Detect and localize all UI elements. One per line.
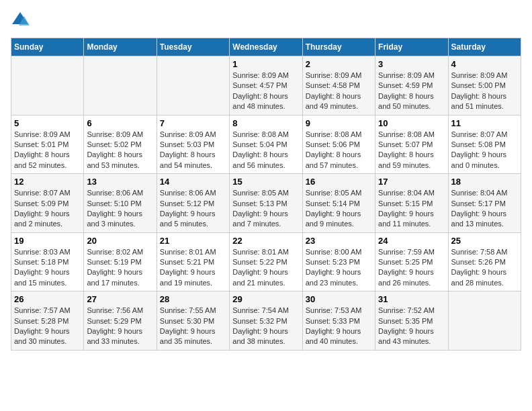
calendar-day-cell: 16Sunrise: 8:05 AM Sunset: 5:14 PM Dayli…	[302, 174, 375, 233]
calendar-day-cell: 5Sunrise: 8:09 AM Sunset: 5:01 PM Daylig…	[11, 115, 84, 174]
day-number: 9	[306, 118, 372, 128]
day-info: Sunrise: 8:07 AM Sunset: 5:08 PM Dayligh…	[451, 130, 518, 171]
day-number: 27	[87, 294, 153, 304]
calendar-day-cell: 30Sunrise: 7:53 AM Sunset: 5:33 PM Dayli…	[302, 291, 375, 351]
calendar-day-cell: 26Sunrise: 7:57 AM Sunset: 5:28 PM Dayli…	[11, 291, 84, 351]
calendar-day-cell: 15Sunrise: 8:05 AM Sunset: 5:13 PM Dayli…	[230, 174, 302, 233]
day-info: Sunrise: 7:57 AM Sunset: 5:28 PM Dayligh…	[14, 306, 81, 347]
calendar-week-row: 5Sunrise: 8:09 AM Sunset: 5:01 PM Daylig…	[11, 115, 521, 174]
calendar-day-cell: 21Sunrise: 8:01 AM Sunset: 5:21 PM Dayli…	[157, 232, 229, 291]
day-info: Sunrise: 8:01 AM Sunset: 5:22 PM Dayligh…	[232, 247, 299, 289]
logo-icon	[11, 11, 30, 30]
page-header	[11, 11, 521, 30]
day-info: Sunrise: 8:06 AM Sunset: 5:12 PM Dayligh…	[160, 188, 226, 230]
calendar-day-cell: 28Sunrise: 7:55 AM Sunset: 5:30 PM Dayli…	[157, 291, 229, 351]
day-info: Sunrise: 8:07 AM Sunset: 5:09 PM Dayligh…	[14, 188, 81, 230]
calendar-day-cell: 23Sunrise: 8:00 AM Sunset: 5:23 PM Dayli…	[302, 232, 375, 291]
day-number: 5	[14, 118, 81, 128]
weekday-header: Thursday	[302, 38, 375, 56]
day-info: Sunrise: 8:08 AM Sunset: 5:06 PM Dayligh…	[306, 130, 372, 171]
day-number: 31	[378, 294, 445, 304]
calendar-table: SundayMondayTuesdayWednesdayThursdayFrid…	[11, 38, 521, 351]
day-number: 15	[232, 177, 299, 187]
day-info: Sunrise: 7:53 AM Sunset: 5:33 PM Dayligh…	[306, 306, 372, 347]
day-number: 24	[378, 236, 445, 246]
calendar-day-cell: 18Sunrise: 8:04 AM Sunset: 5:17 PM Dayli…	[448, 174, 521, 233]
calendar-day-cell: 4Sunrise: 8:09 AM Sunset: 5:00 PM Daylig…	[448, 56, 521, 116]
day-number: 11	[451, 118, 518, 128]
weekday-header: Monday	[84, 38, 157, 56]
day-info: Sunrise: 8:04 AM Sunset: 5:17 PM Dayligh…	[451, 188, 518, 230]
day-info: Sunrise: 7:54 AM Sunset: 5:32 PM Dayligh…	[232, 306, 299, 347]
calendar-week-row: 1Sunrise: 8:09 AM Sunset: 4:57 PM Daylig…	[11, 56, 521, 116]
calendar-week-row: 26Sunrise: 7:57 AM Sunset: 5:28 PM Dayli…	[11, 291, 521, 351]
day-info: Sunrise: 8:00 AM Sunset: 5:23 PM Dayligh…	[306, 247, 372, 289]
calendar-day-cell	[157, 56, 229, 116]
day-info: Sunrise: 7:58 AM Sunset: 5:26 PM Dayligh…	[451, 247, 518, 289]
day-number: 16	[306, 177, 372, 187]
weekday-header: Wednesday	[230, 38, 302, 56]
calendar-day-cell: 1Sunrise: 8:09 AM Sunset: 4:57 PM Daylig…	[230, 56, 302, 116]
day-number: 6	[87, 118, 153, 128]
day-number: 2	[306, 59, 372, 69]
day-info: Sunrise: 8:04 AM Sunset: 5:15 PM Dayligh…	[378, 188, 445, 230]
day-number: 22	[232, 236, 299, 246]
calendar-day-cell	[448, 291, 521, 351]
day-number: 29	[232, 294, 299, 304]
day-number: 3	[378, 59, 445, 69]
day-info: Sunrise: 7:56 AM Sunset: 5:29 PM Dayligh…	[87, 306, 153, 347]
calendar-day-cell: 3Sunrise: 8:09 AM Sunset: 4:59 PM Daylig…	[375, 56, 448, 116]
calendar-day-cell: 22Sunrise: 8:01 AM Sunset: 5:22 PM Dayli…	[230, 232, 302, 291]
day-info: Sunrise: 7:55 AM Sunset: 5:30 PM Dayligh…	[160, 306, 226, 347]
day-number: 30	[306, 294, 372, 304]
calendar-day-cell: 7Sunrise: 8:09 AM Sunset: 5:03 PM Daylig…	[157, 115, 229, 174]
day-number: 21	[160, 236, 226, 246]
day-number: 19	[14, 236, 81, 246]
calendar-day-cell	[84, 56, 157, 116]
calendar-day-cell: 6Sunrise: 8:09 AM Sunset: 5:02 PM Daylig…	[84, 115, 157, 174]
weekday-header: Tuesday	[157, 38, 229, 56]
calendar-day-cell: 2Sunrise: 8:09 AM Sunset: 4:58 PM Daylig…	[302, 56, 375, 116]
day-info: Sunrise: 8:08 AM Sunset: 5:04 PM Dayligh…	[232, 130, 299, 171]
day-number: 12	[14, 177, 81, 187]
calendar-day-cell: 10Sunrise: 8:08 AM Sunset: 5:07 PM Dayli…	[375, 115, 448, 174]
day-info: Sunrise: 7:52 AM Sunset: 5:35 PM Dayligh…	[378, 306, 445, 347]
calendar-day-cell: 11Sunrise: 8:07 AM Sunset: 5:08 PM Dayli…	[448, 115, 521, 174]
calendar-day-cell: 20Sunrise: 8:02 AM Sunset: 5:19 PM Dayli…	[84, 232, 157, 291]
calendar-day-cell: 19Sunrise: 8:03 AM Sunset: 5:18 PM Dayli…	[11, 232, 84, 291]
day-number: 7	[160, 118, 226, 128]
day-number: 13	[87, 177, 153, 187]
weekday-header: Friday	[375, 38, 448, 56]
weekday-header: Saturday	[448, 38, 521, 56]
day-info: Sunrise: 8:09 AM Sunset: 5:03 PM Dayligh…	[160, 130, 226, 171]
day-info: Sunrise: 8:09 AM Sunset: 5:02 PM Dayligh…	[87, 130, 153, 171]
calendar-week-row: 19Sunrise: 8:03 AM Sunset: 5:18 PM Dayli…	[11, 232, 521, 291]
calendar-day-cell: 8Sunrise: 8:08 AM Sunset: 5:04 PM Daylig…	[230, 115, 302, 174]
calendar-day-cell: 31Sunrise: 7:52 AM Sunset: 5:35 PM Dayli…	[375, 291, 448, 351]
day-number: 4	[451, 59, 518, 69]
day-number: 18	[451, 177, 518, 187]
weekday-header-row: SundayMondayTuesdayWednesdayThursdayFrid…	[11, 38, 521, 56]
day-number: 14	[160, 177, 226, 187]
calendar-day-cell: 13Sunrise: 8:06 AM Sunset: 5:10 PM Dayli…	[84, 174, 157, 233]
weekday-header: Sunday	[11, 38, 84, 56]
day-number: 17	[378, 177, 445, 187]
day-number: 23	[306, 236, 372, 246]
day-info: Sunrise: 8:03 AM Sunset: 5:18 PM Dayligh…	[14, 247, 81, 289]
day-info: Sunrise: 8:05 AM Sunset: 5:14 PM Dayligh…	[306, 188, 372, 230]
calendar-day-cell: 24Sunrise: 7:59 AM Sunset: 5:25 PM Dayli…	[375, 232, 448, 291]
day-number: 1	[232, 59, 299, 69]
day-number: 20	[87, 236, 153, 246]
day-info: Sunrise: 8:06 AM Sunset: 5:10 PM Dayligh…	[87, 188, 153, 230]
day-info: Sunrise: 8:09 AM Sunset: 5:00 PM Dayligh…	[451, 71, 518, 112]
day-number: 28	[160, 294, 226, 304]
day-info: Sunrise: 8:09 AM Sunset: 5:01 PM Dayligh…	[14, 130, 81, 171]
day-info: Sunrise: 8:09 AM Sunset: 4:58 PM Dayligh…	[306, 71, 372, 112]
calendar-day-cell: 29Sunrise: 7:54 AM Sunset: 5:32 PM Dayli…	[230, 291, 302, 351]
day-info: Sunrise: 8:09 AM Sunset: 4:57 PM Dayligh…	[232, 71, 299, 112]
day-number: 26	[14, 294, 81, 304]
day-info: Sunrise: 8:08 AM Sunset: 5:07 PM Dayligh…	[378, 130, 445, 171]
day-info: Sunrise: 8:01 AM Sunset: 5:21 PM Dayligh…	[160, 247, 226, 289]
calendar-day-cell: 27Sunrise: 7:56 AM Sunset: 5:29 PM Dayli…	[84, 291, 157, 351]
logo	[11, 11, 32, 30]
